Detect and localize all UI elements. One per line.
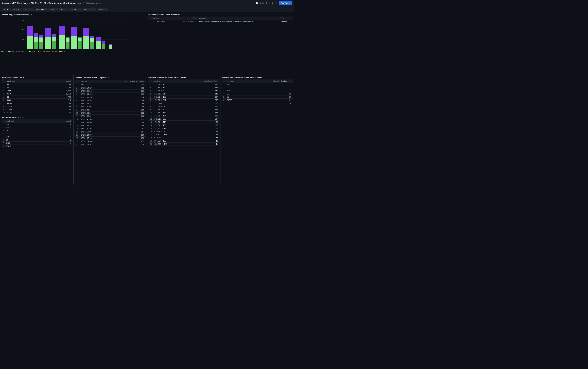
table-row: 312331 bbox=[222, 89, 293, 92]
table-row: 68080213 bbox=[1, 99, 72, 102]
filter-direction[interactable]: direction * bbox=[97, 8, 108, 11]
port-scan-vertical-title: Possible Vertical Port Scan Attack - All… bbox=[149, 76, 219, 78]
table-row: 83393865 bbox=[1, 105, 72, 108]
table-row: 522708 bbox=[1, 95, 72, 99]
col-dest-ip: dest_ip bbox=[152, 17, 172, 20]
top-udp-title: Top UDP Destination Ports bbox=[1, 116, 72, 118]
svg-rect-8 bbox=[27, 36, 33, 49]
svg-rect-36 bbox=[102, 44, 105, 49]
table-row: 4172.31.14.154333 bbox=[75, 93, 146, 96]
table-row: 8172.31.30.32226 bbox=[149, 105, 219, 108]
table-row: 1172.31.32.24637 bbox=[149, 83, 219, 86]
svg-rect-14 bbox=[39, 38, 43, 42]
svg-rect-25 bbox=[71, 36, 77, 49]
legend-http: HTTP bbox=[21, 51, 28, 52]
table-row: 6172.31.31.76298 bbox=[75, 99, 146, 102]
table-row: 511941 bbox=[1, 135, 72, 138]
table-row: 17179.60.147.16162 bbox=[149, 133, 219, 136]
col-num bbox=[149, 17, 152, 20]
table-row: 16172.31.6.209284 bbox=[75, 130, 146, 133]
table-row: 5172.31.17.134314 bbox=[75, 96, 146, 99]
table-row: 2172.31.24.120566 bbox=[149, 86, 219, 89]
table-row: 1172.31.25.241354 bbox=[75, 83, 146, 86]
table-row: 3172.31.10.60245 bbox=[149, 89, 219, 92]
table-row: 310271 bbox=[1, 129, 72, 132]
rej-col-ports: UniqueDestinationPorts bbox=[106, 80, 146, 83]
filter-src-ip[interactable]: src_ip * bbox=[2, 8, 11, 11]
chart-legend: 1630 CouchDB-db HTTP HTTPS MSSQLServer bbox=[1, 51, 146, 52]
table-row: 330001,878 bbox=[1, 89, 72, 92]
table-row: 18172.31.15.143279 bbox=[75, 137, 146, 140]
filter-interfaceid[interactable]: interfaceid * bbox=[69, 8, 82, 11]
table-row: 15191.96.224.140108 bbox=[149, 127, 219, 130]
rej-col-ip: dest_ip bbox=[80, 80, 106, 83]
refresh-icon[interactable]: ↻ bbox=[266, 2, 268, 4]
port-scan-horizontal-panel: Possible Horizontal Port Scan Attack - A… bbox=[221, 75, 294, 184]
svg-rect-33 bbox=[90, 36, 94, 38]
filter-account-id[interactable]: account_id * bbox=[83, 8, 96, 11]
svg-rect-38 bbox=[109, 45, 112, 49]
filter-dest-port[interactable]: dest_port * bbox=[35, 8, 47, 11]
add-panel-button[interactable]: Add Panel bbox=[279, 1, 292, 5]
traffic-chart-title: Traffic By Application Over Time ⚠ bbox=[1, 13, 146, 16]
table-row: 42228 bbox=[222, 92, 293, 95]
legend-mssql: MSSQLServer bbox=[38, 51, 50, 52]
tcp-col-port: dest_port bbox=[6, 80, 43, 83]
col-time: Time bbox=[172, 17, 198, 20]
table-row: 24432,106 bbox=[1, 86, 72, 89]
table-row: 8172.31.10.60295 bbox=[75, 105, 146, 108]
svg-rect-26 bbox=[71, 27, 77, 36]
svg-rect-32 bbox=[90, 38, 94, 42]
horiz-col-hosts: UniqueDestinationHosts bbox=[247, 80, 293, 83]
filter-dest-ip[interactable]: dest_ip * bbox=[12, 8, 22, 11]
svg-text:200: 200 bbox=[22, 39, 24, 40]
warning-icon-2: ⚠ bbox=[108, 76, 109, 79]
svg-rect-9 bbox=[27, 26, 33, 36]
table-row: 10172.31.21.31292 bbox=[75, 112, 146, 115]
filter-protocol[interactable]: protocol * bbox=[58, 8, 68, 11]
col-severity: Severity bbox=[279, 17, 293, 20]
filter-action[interactable]: action * bbox=[48, 8, 57, 11]
time-range[interactable]: -60m bbox=[260, 2, 264, 4]
svg-rect-22 bbox=[59, 26, 65, 35]
legend-telnet: Telnet bbox=[59, 51, 66, 52]
table-row: 20120.236.14.14941 bbox=[149, 143, 219, 146]
udp-col-port: dest_port bbox=[5, 119, 42, 123]
vert-col-ip: dest_ip bbox=[153, 80, 180, 83]
filter-icon[interactable]: ⚙ bbox=[272, 2, 274, 4]
table-row: 5172.31.15.185237 bbox=[149, 95, 219, 99]
tcp-col-count: _count bbox=[43, 80, 72, 83]
add-filter-button[interactable]: + bbox=[109, 8, 112, 11]
multi-service-panel: Multi-service Detected on Same Host dest… bbox=[147, 12, 294, 75]
table-row: 1 172.31.15.185 1,660,892,768,327 Multi-… bbox=[149, 20, 293, 23]
multi-service-title: Multi-service Detected on Same Host bbox=[149, 13, 293, 16]
table-row: 9172.31.41.64295 bbox=[75, 108, 146, 112]
svg-rect-30 bbox=[83, 28, 89, 36]
svg-rect-20 bbox=[52, 34, 56, 37]
table-row: 2172.31.24.120352 bbox=[75, 86, 146, 90]
table-row: 2077 bbox=[222, 86, 293, 89]
table-row: 1893.157.63.2844 bbox=[149, 136, 219, 139]
tcp-table: dest_port _count 1802,13524432,106330001… bbox=[1, 80, 72, 114]
svg-rect-23 bbox=[66, 42, 70, 49]
more-icon[interactable]: ⋮ bbox=[275, 2, 277, 4]
table-row: 76026066 bbox=[1, 102, 72, 105]
col-message: message bbox=[198, 17, 279, 20]
filter-bar: src_ip * dest_ip * src_port * dest_port … bbox=[0, 6, 294, 12]
table-row: 3172.31.38.245336 bbox=[75, 90, 146, 93]
clock-icon: 🕐 bbox=[256, 2, 258, 4]
chevron-down-icon[interactable]: ▾ bbox=[269, 2, 270, 4]
svg-rect-24 bbox=[66, 38, 70, 42]
dashboard: Traffic By Application Over Time ⚠ 0 200… bbox=[0, 12, 294, 184]
table-row: 13172.31.24.204290 bbox=[75, 121, 146, 124]
table-row: 14172.31.19.185168 bbox=[149, 124, 219, 127]
filter-src-port[interactable]: src_port * bbox=[23, 8, 34, 11]
edit-icon[interactable]: ✎ bbox=[83, 2, 85, 4]
top-row: Traffic By Application Over Time ⚠ 0 200… bbox=[0, 12, 294, 75]
table-row: 721231 bbox=[1, 142, 72, 145]
port-scan-vertical-panel: Possible Vertical Port Scan Attack - All… bbox=[147, 75, 220, 184]
svg-rect-27 bbox=[78, 41, 81, 49]
svg-rect-37 bbox=[102, 41, 105, 44]
svg-rect-18 bbox=[52, 41, 56, 49]
table-row: 66100021 bbox=[222, 99, 293, 102]
